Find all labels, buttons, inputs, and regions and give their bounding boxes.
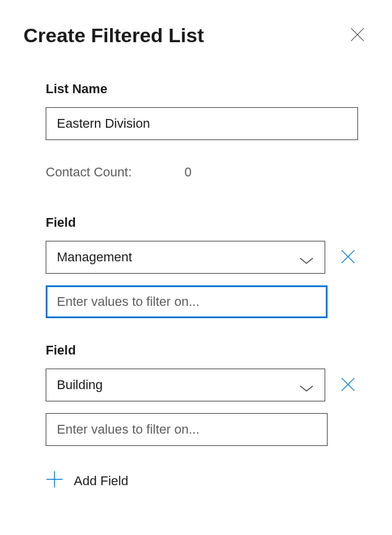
remove-filter-button-1[interactable] xyxy=(338,374,358,396)
add-field-button[interactable]: Add Field xyxy=(46,471,128,492)
filter-values-input-1[interactable] xyxy=(46,413,328,446)
chevron-down-icon xyxy=(299,253,314,261)
list-name-label: List Name xyxy=(46,81,358,97)
field-label-0: Field xyxy=(46,215,358,230)
list-name-input[interactable] xyxy=(46,107,358,140)
filter-section-1: Field Building xyxy=(46,343,358,446)
dropdown-value-1: Building xyxy=(57,377,103,393)
remove-icon xyxy=(340,377,356,394)
dropdown-value-0: Management xyxy=(57,250,132,265)
remove-icon xyxy=(340,249,356,266)
remove-filter-button-0[interactable] xyxy=(338,247,358,268)
field-label-1: Field xyxy=(46,343,358,358)
filter-values-input-0[interactable] xyxy=(46,285,328,318)
field-dropdown-0[interactable]: Management xyxy=(46,241,325,274)
plus-icon xyxy=(46,471,63,492)
contact-count-value: 0 xyxy=(185,165,192,180)
close-button[interactable] xyxy=(346,23,369,47)
filter-section-0: Field Management xyxy=(46,215,358,318)
chevron-down-icon xyxy=(299,381,314,389)
field-dropdown-1[interactable]: Building xyxy=(46,369,325,401)
dialog-title: Create Filtered List xyxy=(23,24,204,47)
contact-count-label: Contact Count: xyxy=(46,165,132,180)
add-field-label: Add Field xyxy=(74,473,128,489)
close-icon xyxy=(350,27,365,44)
